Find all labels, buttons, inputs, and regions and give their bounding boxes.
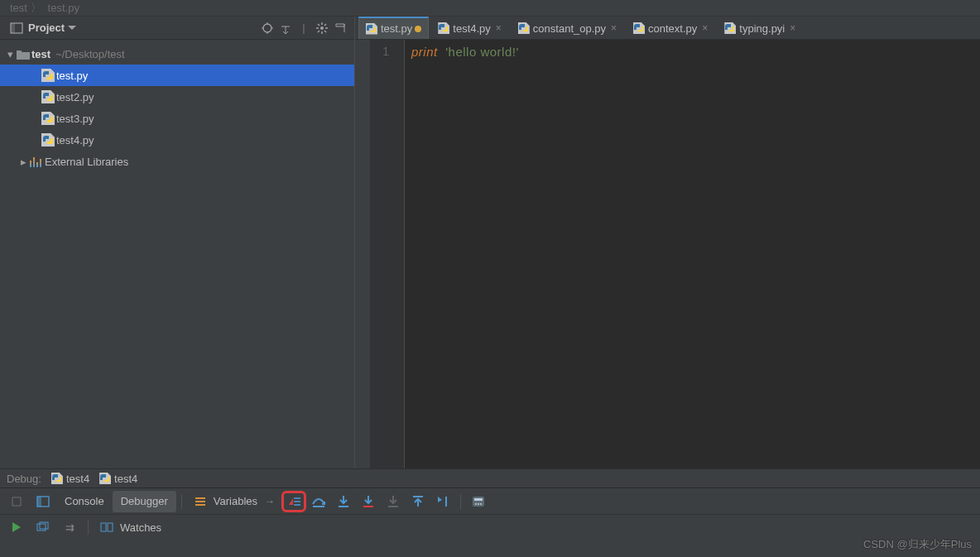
python-file-icon [518, 22, 530, 34]
debugger-tab[interactable]: Debugger [113, 491, 176, 512]
tab-label: test4.py [453, 22, 491, 35]
evaluate-expression-button[interactable] [466, 491, 491, 512]
locate-icon[interactable] [258, 19, 276, 37]
tab-test4-py[interactable]: test4.py × [430, 17, 509, 39]
editor-area: test.py test4.py × constant_op.py × cont… [355, 17, 980, 468]
debug-header: Debug: test4 test4 [0, 468, 980, 488]
editor-tabs: test.py test4.py × constant_op.py × cont… [355, 17, 980, 40]
svg-rect-31 [474, 498, 483, 501]
svg-point-32 [475, 503, 477, 505]
separator [88, 520, 89, 535]
separator [460, 494, 461, 509]
debug-tool-window: Console Debugger Variables → ⇉ Watches [0, 488, 980, 540]
project-icon [10, 22, 23, 34]
folder-name: test [31, 48, 50, 60]
debug-label: Debug: [7, 473, 41, 485]
watermark: CSDN @归来少年Plus [863, 537, 972, 552]
svg-rect-30 [473, 497, 484, 507]
folder-icon [17, 49, 30, 60]
code-editor[interactable]: 1 print 'hello world!' [355, 40, 980, 468]
variables-label: Variables [214, 495, 257, 507]
close-icon[interactable]: × [702, 22, 708, 34]
tab-context-py[interactable]: context.py × [626, 17, 715, 39]
svg-point-2 [263, 24, 271, 32]
python-file-icon [366, 23, 377, 35]
resume-icon[interactable] [3, 521, 30, 533]
tree-external-libraries[interactable]: ▸ External Libraries [0, 151, 354, 172]
python-file-icon [633, 22, 645, 34]
close-icon[interactable]: × [611, 22, 617, 34]
arrow-right-icon: → [264, 495, 275, 507]
python-file-icon [41, 133, 55, 146]
project-title[interactable]: Project [28, 22, 65, 34]
step-out-button[interactable] [406, 491, 430, 512]
svg-rect-35 [37, 524, 46, 531]
svg-point-33 [478, 503, 479, 505]
project-tree[interactable]: ▾ test ~/Desktop/test test.py test2.py t… [0, 40, 354, 468]
svg-rect-38 [108, 523, 113, 531]
step-over-button[interactable] [306, 491, 331, 512]
svg-line-15 [324, 24, 326, 26]
gear-icon[interactable] [313, 19, 331, 37]
chevron-right-icon[interactable]: ▸ [18, 156, 28, 168]
separator [181, 494, 182, 509]
layout-icon[interactable] [30, 491, 56, 512]
rerun-icon[interactable] [3, 495, 30, 508]
svg-point-34 [480, 503, 482, 505]
step-into-my-code-button[interactable] [356, 491, 381, 512]
run-to-cursor-button[interactable] [430, 491, 455, 512]
folder-path: ~/Desktop/test [55, 48, 124, 60]
highlight-bulb-icon [415, 26, 421, 32]
tab-label: typing.pyi [739, 22, 785, 35]
debug-config[interactable]: test4 [51, 473, 89, 485]
python-file-icon [41, 90, 55, 103]
collapse-all-icon[interactable] [276, 19, 295, 37]
breadcrumb-seg[interactable]: test [10, 2, 27, 14]
tree-file[interactable]: test4.py [0, 129, 354, 151]
file-name: test3.py [56, 113, 94, 125]
tab-test-py[interactable]: test.py [358, 17, 429, 39]
python-file-icon [51, 473, 63, 484]
python-file-icon [438, 22, 449, 34]
tree-file[interactable]: test3.py [0, 108, 354, 129]
code-content[interactable]: print 'hello world!' [405, 40, 980, 468]
step-into-button[interactable] [331, 491, 356, 512]
code-string: 'hello world!' [445, 45, 519, 59]
tree-file[interactable]: test2.py [0, 86, 354, 108]
svg-line-14 [318, 31, 319, 32]
chevron-down-icon[interactable] [68, 26, 76, 31]
python-file-icon [724, 22, 736, 34]
python-file-icon [99, 473, 111, 484]
close-icon[interactable]: × [496, 22, 502, 34]
svg-point-7 [320, 26, 324, 30]
svg-rect-17 [37, 497, 41, 507]
tab-constant-op-py[interactable]: constant_op.py × [511, 17, 624, 39]
file-name: test4.py [56, 134, 94, 146]
code-keyword: print [411, 45, 438, 59]
console-tab[interactable]: Console [56, 491, 113, 512]
file-name: test2.py [56, 91, 94, 103]
chevron-down-icon[interactable]: ▾ [5, 48, 15, 60]
python-file-icon [41, 112, 55, 125]
show-execution-point-button[interactable] [281, 491, 306, 512]
tab-label: test.py [381, 22, 412, 35]
watches-label: Watches [120, 521, 161, 534]
watches-icon [94, 516, 120, 538]
frames-icon[interactable] [30, 516, 56, 538]
force-step-into-button[interactable] [381, 491, 406, 512]
breadcrumb-seg[interactable]: test.py [48, 2, 79, 14]
close-icon[interactable]: × [790, 22, 795, 34]
svg-rect-1 [11, 23, 15, 33]
threads-icon[interactable]: ⇉ [56, 516, 83, 538]
tab-typing-pyi[interactable]: typing.pyi × [717, 17, 803, 39]
variables-icon [187, 491, 214, 512]
tree-root[interactable]: ▾ test ~/Desktop/test [0, 43, 354, 65]
hide-icon[interactable] [331, 19, 349, 37]
gutter[interactable]: 1 [355, 40, 405, 468]
project-tool-window: Project | ▾ test ~/Desktop/test te [0, 17, 355, 468]
file-name: test.py [56, 70, 88, 82]
debug-config[interactable]: test4 [99, 473, 137, 485]
svg-line-12 [318, 24, 319, 26]
project-header: Project | [0, 17, 354, 40]
tree-file[interactable]: test.py [0, 65, 354, 86]
